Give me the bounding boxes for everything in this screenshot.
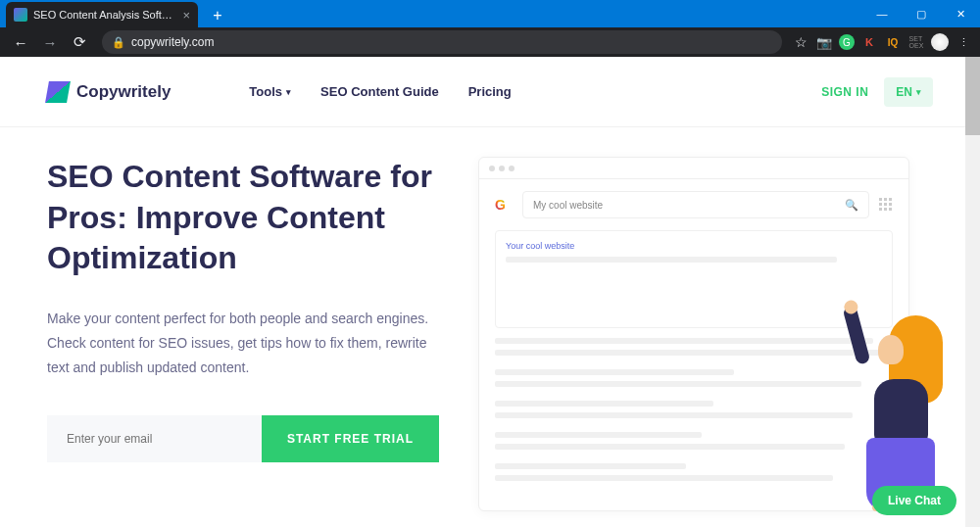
skeleton-line bbox=[495, 444, 845, 450]
maximize-button[interactable]: ▢ bbox=[902, 0, 941, 27]
signin-link[interactable]: SIGN IN bbox=[821, 85, 868, 99]
mock-browser-tabs bbox=[479, 158, 908, 179]
hero-illustration: My cool website 🔍 Your cool website bbox=[478, 157, 933, 511]
reload-button[interactable]: ⟳ bbox=[67, 29, 92, 55]
apps-grid-icon bbox=[879, 198, 893, 212]
nav-pricing[interactable]: Pricing bbox=[468, 84, 512, 99]
menu-icon[interactable]: ⋮ bbox=[955, 33, 972, 51]
search-icon: 🔍 bbox=[845, 199, 858, 212]
grammarly-icon[interactable]: G bbox=[839, 34, 855, 50]
skeleton-line bbox=[495, 401, 713, 407]
mock-result-card: Your cool website bbox=[495, 230, 893, 328]
tab-title: SEO Content Analysis Software: T bbox=[33, 9, 178, 21]
person-head bbox=[878, 335, 904, 364]
person-torso bbox=[874, 379, 928, 443]
brand-logo[interactable]: Copywritely bbox=[47, 81, 171, 103]
close-icon[interactable]: × bbox=[182, 8, 190, 23]
address-bar[interactable]: 🔒 copywritely.com bbox=[102, 30, 782, 54]
language-selector[interactable]: EN▾ bbox=[884, 77, 933, 107]
browser-tab[interactable]: SEO Content Analysis Software: T × bbox=[6, 2, 198, 27]
set-extension-icon[interactable]: SETOEX bbox=[907, 33, 925, 51]
nav-tools-label: Tools bbox=[249, 84, 282, 99]
mock-query: My cool website bbox=[533, 200, 603, 211]
lock-icon: 🔒 bbox=[112, 36, 125, 49]
scrollbar[interactable] bbox=[965, 57, 980, 527]
browser-tab-strip: SEO Content Analysis Software: T × + bbox=[0, 0, 229, 27]
k-extension-icon[interactable]: K bbox=[860, 33, 878, 51]
skeleton-line bbox=[506, 257, 837, 263]
skeleton-line bbox=[495, 369, 734, 375]
chevron-down-icon: ▾ bbox=[286, 87, 291, 97]
nav-guide[interactable]: SEO Content Guide bbox=[320, 84, 439, 99]
logo-mark-icon bbox=[45, 81, 71, 103]
person-arm bbox=[842, 305, 870, 365]
minimize-button[interactable]: ― bbox=[862, 0, 902, 27]
nav-tools[interactable]: Tools▾ bbox=[249, 84, 291, 99]
new-tab-button[interactable]: + bbox=[206, 4, 229, 27]
profile-avatar[interactable] bbox=[931, 33, 949, 51]
google-logo-icon bbox=[495, 196, 513, 214]
back-button[interactable]: ← bbox=[8, 29, 33, 55]
extension-icons: ☆ 📷 G K IQ SETOEX ⋮ bbox=[792, 33, 972, 51]
forward-button[interactable]: → bbox=[37, 29, 63, 55]
email-field[interactable] bbox=[47, 415, 262, 462]
skeleton-line bbox=[495, 338, 873, 344]
close-button[interactable]: ✕ bbox=[941, 0, 980, 27]
scrollbar-thumb[interactable] bbox=[965, 57, 980, 135]
browser-toolbar: ← → ⟳ 🔒 copywritely.com ☆ 📷 G K IQ SETOE… bbox=[0, 27, 980, 57]
header-right: SIGN IN EN▾ bbox=[821, 77, 933, 107]
mock-search-row: My cool website 🔍 bbox=[479, 179, 908, 230]
start-trial-button[interactable]: START FREE TRIAL bbox=[262, 415, 439, 462]
traffic-light-icon bbox=[489, 166, 495, 171]
favicon-icon bbox=[14, 8, 27, 22]
main-nav: Tools▾ SEO Content Guide Pricing bbox=[249, 84, 511, 99]
skeleton-line bbox=[495, 432, 702, 438]
page-content: Copywritely Tools▾ SEO Content Guide Pri… bbox=[0, 57, 980, 527]
mock-search-box: My cool website 🔍 bbox=[522, 191, 869, 218]
traffic-light-icon bbox=[509, 166, 514, 171]
camera-icon[interactable]: 📷 bbox=[815, 33, 833, 51]
skeleton-line bbox=[495, 475, 833, 481]
skeleton-line bbox=[495, 463, 686, 469]
mock-result-title: Your cool website bbox=[506, 241, 882, 251]
skeleton-line bbox=[495, 350, 885, 356]
iq-extension-icon[interactable]: IQ bbox=[884, 33, 902, 51]
bookmark-star-icon[interactable]: ☆ bbox=[792, 33, 809, 51]
skeleton-line bbox=[495, 412, 853, 418]
chevron-down-icon: ▾ bbox=[916, 87, 921, 97]
hero-left: SEO Content Software for Pros: Improve C… bbox=[47, 157, 439, 511]
traffic-light-icon bbox=[499, 166, 505, 171]
site-header: Copywritely Tools▾ SEO Content Guide Pri… bbox=[0, 57, 980, 127]
live-chat-button[interactable]: Live Chat bbox=[872, 486, 956, 515]
hero-title: SEO Content Software for Pros: Improve C… bbox=[47, 157, 439, 279]
cta-row: START FREE TRIAL bbox=[47, 415, 439, 462]
brand-name: Copywritely bbox=[76, 82, 171, 102]
hero-section: SEO Content Software for Pros: Improve C… bbox=[0, 127, 980, 511]
hero-description: Make your content perfect for both peopl… bbox=[47, 307, 439, 381]
skeleton-line bbox=[495, 381, 861, 387]
lang-label: EN bbox=[896, 85, 912, 99]
url-text: copywritely.com bbox=[131, 35, 214, 49]
